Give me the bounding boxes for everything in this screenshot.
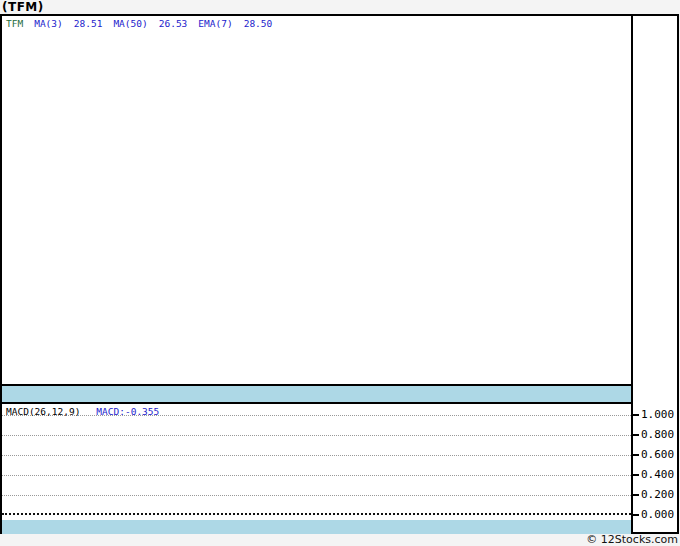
chart-frame: TFMMA(3)28.51MA(50)26.53EMA(7)28.50 MACD… (0, 14, 679, 534)
macd-gridline (2, 455, 631, 456)
price-chart-panel: TFMMA(3)28.51MA(50)26.53EMA(7)28.50 (2, 16, 631, 386)
legend-ema7-label: EMA(7) (198, 18, 232, 29)
axis-tick-mark (633, 414, 639, 416)
panel-separator-band (2, 386, 631, 402)
axis-tick-label: 0.000 (641, 507, 677, 522)
stock-chart-page: (TFM) TFMMA(3)28.51MA(50)26.53EMA(7)28.5… (0, 0, 680, 546)
macd-legend: MACD(26,12,9)MACD:-0.355 (6, 406, 159, 418)
chart-legend: TFMMA(3)28.51MA(50)26.53EMA(7)28.50 (6, 18, 283, 30)
macd-zero-line (2, 513, 631, 515)
macd-gridline (2, 435, 631, 436)
footer-credit: © 12Stocks.com (586, 533, 678, 546)
macd-bottom-band (2, 520, 631, 534)
axis-tick-mark (633, 434, 639, 436)
macd-value: MACD:-0.355 (96, 406, 159, 417)
macd-gridline (2, 495, 631, 496)
legend-ma3-label: MA(3) (34, 18, 63, 29)
page-title: (TFM) (2, 0, 44, 14)
footer-credit-link[interactable]: © 12Stocks.com (586, 533, 678, 546)
axis-tick-label: 0.400 (641, 467, 677, 482)
axis-tick-mark (633, 514, 639, 516)
axis-tick-mark (633, 494, 639, 496)
axis-tick-label: 1.000 (641, 407, 677, 422)
legend-ticker: TFM (6, 18, 23, 29)
legend-ma3-value: 28.51 (74, 18, 103, 29)
legend-ema7-value: 28.50 (244, 18, 273, 29)
axis-tick-mark (633, 454, 639, 456)
axis-tick-mark (633, 474, 639, 476)
macd-panel: MACD(26,12,9)MACD:-0.355 (2, 402, 631, 534)
macd-label: MACD(26,12,9) (6, 406, 80, 417)
axis-tick-label: 0.800 (641, 427, 677, 442)
axis-tick-label: 0.600 (641, 447, 677, 462)
macd-y-axis: 1.000 0.800 0.600 0.400 0.200 0.000 (633, 16, 677, 532)
legend-ma50-value: 26.53 (159, 18, 188, 29)
legend-ma50-label: MA(50) (113, 18, 147, 29)
axis-tick-label: 0.200 (641, 487, 677, 502)
macd-gridline (2, 475, 631, 476)
